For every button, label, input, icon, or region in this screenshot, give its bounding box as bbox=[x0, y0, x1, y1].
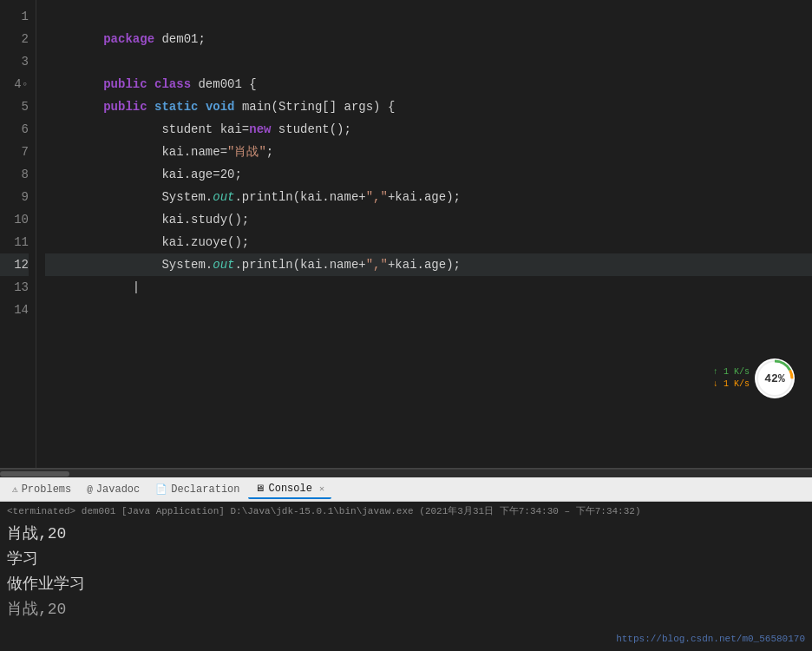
line-num-11: 11 bbox=[0, 231, 29, 253]
tab-declaration[interactable]: 📄 Declaration bbox=[148, 481, 246, 498]
line-num-1: 1 bbox=[0, 5, 29, 28]
tab-problems[interactable]: ⚠ Problems bbox=[5, 481, 78, 498]
tab-problems-label: Problems bbox=[22, 483, 72, 496]
bottom-panel: ⚠ Problems @ Javadoc 📄 Declaration 🖥 Con… bbox=[0, 477, 812, 651]
editor-area: 1 2 3 4◦ 5 6 7 8 9 10 11 12 13 14 packag… bbox=[0, 0, 812, 469]
code-line-13 bbox=[45, 276, 812, 299]
line-num-3: 3 bbox=[0, 50, 29, 73]
perf-down: ↓ 1 K/s bbox=[713, 378, 750, 391]
console-icon: 🖥 bbox=[255, 483, 265, 494]
perf-up: ↑ 1 K/s bbox=[713, 366, 750, 378]
line-num-12: 12 bbox=[0, 253, 29, 276]
output-line-4: 肖战,20 bbox=[7, 597, 805, 622]
code-lines[interactable]: package dem01; public class dem001 { pub… bbox=[36, 0, 812, 468]
tab-declaration-label: Declaration bbox=[171, 483, 239, 496]
line-num-5: 5 bbox=[0, 95, 29, 118]
declaration-icon: 📄 bbox=[155, 483, 167, 495]
watermark: https://blog.csdn.net/m0_56580170 bbox=[616, 634, 805, 644]
console-output: 肖战,20 学习 做作业学习 肖战,20 bbox=[7, 522, 805, 621]
line-num-6: 6 bbox=[0, 118, 29, 141]
console-header: <terminated> dem001 [Java Application] D… bbox=[7, 505, 805, 518]
perf-percent: 42% bbox=[764, 372, 784, 385]
tab-javadoc[interactable]: @ Javadoc bbox=[80, 481, 147, 498]
output-line-3: 做作业学习 bbox=[7, 572, 805, 597]
line-num-2: 2 bbox=[0, 28, 29, 50]
perf-circle: 42% bbox=[755, 358, 795, 398]
line-num-7: 7 bbox=[0, 141, 29, 163]
javadoc-icon: @ bbox=[87, 484, 93, 495]
line-num-4: 4◦ bbox=[0, 73, 29, 95]
line-num-14: 14 bbox=[0, 299, 29, 321]
output-line-2: 学习 bbox=[7, 547, 805, 572]
panel-tabs: ⚠ Problems @ Javadoc 📄 Declaration 🖥 Con… bbox=[0, 477, 812, 502]
tab-console[interactable]: 🖥 Console ✕ bbox=[248, 480, 331, 499]
line-num-9: 9 bbox=[0, 186, 29, 208]
scrollbar-thumb[interactable] bbox=[0, 471, 69, 477]
code-line-14 bbox=[45, 299, 812, 321]
console-close-icon[interactable]: ✕ bbox=[319, 483, 324, 494]
tab-javadoc-label: Javadoc bbox=[96, 483, 140, 496]
line-num-13: 13 bbox=[0, 276, 29, 299]
output-line-1: 肖战,20 bbox=[7, 522, 805, 547]
perf-widget: ↑ 1 K/s ↓ 1 K/s 42% bbox=[713, 358, 795, 398]
perf-stats: ↑ 1 K/s ↓ 1 K/s bbox=[713, 366, 750, 391]
tab-console-label: Console bbox=[268, 483, 311, 495]
editor-scrollbar[interactable] bbox=[0, 469, 812, 477]
line-num-10: 10 bbox=[0, 208, 29, 231]
panel-content: <terminated> dem001 [Java Application] D… bbox=[0, 502, 812, 651]
line-numbers: 1 2 3 4◦ 5 6 7 8 9 10 11 12 13 14 bbox=[0, 0, 36, 468]
code-line-3: public class dem001 { bbox=[45, 50, 812, 73]
line-num-8: 8 bbox=[0, 163, 29, 186]
problems-icon: ⚠ bbox=[12, 483, 18, 495]
code-line-1: package dem01; bbox=[45, 5, 812, 28]
